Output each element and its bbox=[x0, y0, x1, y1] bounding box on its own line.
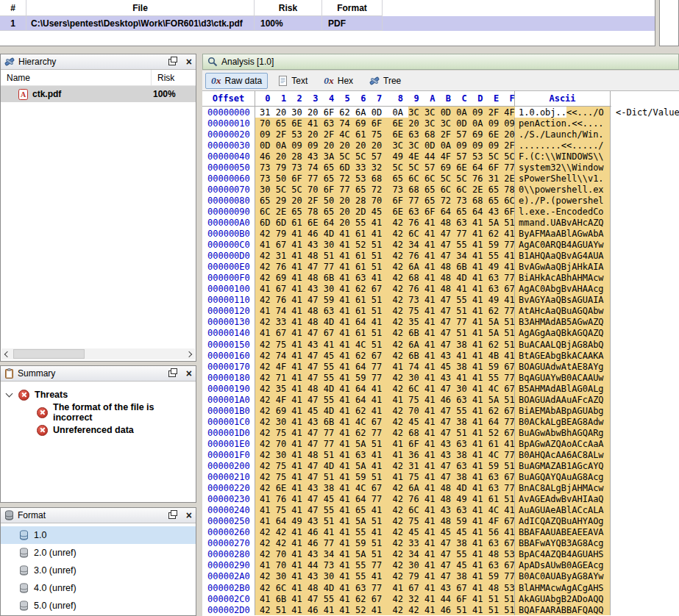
toolbar-button-raw-data[interactable]: 0xRaw data bbox=[205, 73, 268, 89]
hex-row[interactable]: 000000300D 0A 09 09 20 20 20 20 3C 3C 0D… bbox=[202, 140, 679, 151]
hex-row[interactable]: 000001F042 30 41 48 51 41 63 41 41 36 41… bbox=[202, 449, 679, 460]
format-close-button[interactable]: × bbox=[186, 512, 192, 519]
ascii-text: sPowerShell\\v1. bbox=[515, 173, 611, 184]
hex-row[interactable]: 000000906C 2E 65 78 65 20 2D 45 6E 63 6F… bbox=[202, 206, 679, 217]
hex-row[interactable]: 0000018042 71 41 47 55 41 59 77 42 30 41… bbox=[202, 372, 679, 383]
hex-row[interactable]: 0000010041 67 41 43 30 41 62 67 42 76 41… bbox=[202, 284, 679, 295]
summary-close-button[interactable]: × bbox=[186, 370, 192, 377]
file-table-header-num[interactable]: # bbox=[0, 0, 26, 16]
database-icon bbox=[19, 583, 29, 593]
file-table-header-risk[interactable]: Risk bbox=[255, 0, 322, 16]
chevron-down-icon[interactable] bbox=[6, 390, 13, 398]
threat-list: The format of the file is incorrectUnref… bbox=[1, 404, 196, 439]
hierarchy-col-risk[interactable]: Risk bbox=[152, 73, 174, 83]
hex-row[interactable]: 000002C041 6B 41 47 55 41 62 67 42 32 41… bbox=[202, 593, 679, 604]
threat-item[interactable]: Unreferenced data bbox=[1, 421, 196, 439]
hierarchy-col-name[interactable]: Name bbox=[1, 70, 152, 85]
hex-row[interactable]: 0000025041 64 49 43 51 41 5A 51 42 75 41… bbox=[202, 516, 679, 527]
hex-row[interactable]: 0000017042 4F 41 47 55 41 64 77 41 74 41… bbox=[202, 361, 679, 372]
format-version-item[interactable]: 1.0 bbox=[1, 526, 196, 544]
hex-row[interactable]: 000001D042 75 41 47 77 41 62 77 42 68 41… bbox=[202, 427, 679, 438]
hex-row[interactable]: 000002B042 6C 41 48 4D 41 63 77 41 67 41… bbox=[202, 582, 679, 593]
toolbar-button-text[interactable]: Text bbox=[272, 74, 313, 88]
hex-row[interactable]: 0000023041 76 41 47 45 41 64 77 42 76 41… bbox=[202, 494, 679, 505]
hierarchy-titlebar: Hierarchy × bbox=[1, 54, 196, 70]
hex-row[interactable]: 0000012041 74 41 48 63 41 61 51 42 75 41… bbox=[202, 306, 679, 317]
hex-row[interactable]: 0000013042 33 41 48 4D 41 64 41 42 35 41… bbox=[202, 317, 679, 328]
hex-row[interactable]: 0000015042 75 41 43 41 41 4C 51 42 6A 41… bbox=[202, 339, 679, 350]
hex-row[interactable]: 000001C042 30 41 43 6B 41 4C 67 42 45 41… bbox=[202, 416, 679, 427]
format-version-label: 3.0 (unref) bbox=[34, 565, 77, 576]
hex-row[interactable]: 0000028042 70 41 43 34 41 5A 51 42 34 41… bbox=[202, 549, 679, 560]
format-float-button[interactable] bbox=[168, 512, 176, 519]
hex-row[interactable]: 000002D042 51 41 46 41 41 52 41 42 42 41… bbox=[202, 604, 679, 615]
toolbar-button-tree[interactable]: Tree bbox=[363, 74, 407, 88]
threats-group[interactable]: Threats bbox=[1, 386, 196, 404]
hex-row[interactable]: 0000011042 76 41 47 59 41 61 51 42 73 41… bbox=[202, 295, 679, 306]
toolbar-button-hex[interactable]: 0xHex bbox=[318, 73, 359, 89]
hex-row[interactable]: 000000C041 67 41 43 30 41 52 51 42 34 41… bbox=[202, 240, 679, 251]
file-table-header-format[interactable]: Format bbox=[322, 0, 383, 16]
hierarchy-horizontal-scrollbar[interactable] bbox=[1, 348, 195, 359]
hex-row[interactable]: 0000022042 6E 41 43 38 41 4C 67 42 6A 41… bbox=[202, 483, 679, 494]
file-table-header-file[interactable]: File bbox=[26, 0, 255, 16]
analysis-tab[interactable]: Analysis [1.0] bbox=[202, 54, 679, 70]
document-icon bbox=[278, 76, 288, 86]
hex-offset: 000002C0 bbox=[202, 593, 255, 604]
hex-bytes: 41 6B 41 47 55 41 62 67 42 32 41 44 6F 4… bbox=[255, 593, 515, 604]
format-version-label: 4.0 (unref) bbox=[34, 583, 77, 593]
format-version-item[interactable]: 3.0 (unref) bbox=[1, 562, 196, 579]
hierarchy-float-button[interactable] bbox=[168, 59, 176, 65]
ascii-text: ApADsAUwB0AGEAcg bbox=[515, 560, 611, 571]
hex-row[interactable]: 0000008065 29 20 2F 50 20 28 70 6F 77 65… bbox=[202, 195, 679, 206]
hex-row[interactable]: 000000A06D 6D 61 6E 64 20 55 41 42 76 41… bbox=[202, 217, 679, 228]
hierarchy-row-ctkpdf[interactable]: A ctk.pdf 100% bbox=[1, 86, 196, 102]
threat-item[interactable]: The format of the file is incorrect bbox=[1, 404, 196, 421]
format-version-item[interactable]: 4.0 (unref) bbox=[1, 579, 196, 597]
scroll-left-arrow[interactable] bbox=[1, 348, 13, 359]
hex-bytes: 31 20 30 20 6F 62 6A 0D 0A 3C 3C 0D 0A 0… bbox=[255, 107, 515, 118]
hex-offset: 00000200 bbox=[202, 461, 255, 472]
hex-row[interactable]: 0000002009 2F 53 20 2F 4C 61 75 6E 63 68… bbox=[202, 129, 679, 140]
toolbar-button-label: Tree bbox=[383, 76, 401, 86]
hex-row[interactable]: 0000007030 5C 5C 70 6F 77 65 72 73 68 65… bbox=[202, 184, 679, 195]
hex-row[interactable]: 0000005073 79 73 74 65 6D 33 32 5C 5C 57… bbox=[202, 162, 679, 173]
hex-row[interactable]: 000000E042 76 41 47 77 41 61 51 42 6A 41… bbox=[202, 262, 679, 273]
hex-row[interactable]: 0000021042 75 41 47 51 41 59 51 41 75 41… bbox=[202, 472, 679, 483]
summary-float-button[interactable] bbox=[168, 370, 176, 377]
hex-offset: 000002B0 bbox=[202, 582, 255, 593]
hex-row[interactable]: 0000026042 42 41 46 41 41 55 41 42 45 41… bbox=[202, 527, 679, 538]
hex-viewer[interactable]: Offset 0 1 2 3 4 5 6 7 8 9 A B C D E F A… bbox=[202, 90, 679, 616]
hex-row[interactable]: 0000016042 74 41 47 45 41 62 67 42 6B 41… bbox=[202, 350, 679, 361]
hex-row[interactable]: 000000D042 31 41 48 51 41 61 51 42 76 41… bbox=[202, 251, 679, 262]
hex-row[interactable]: 0000001070 65 6E 41 63 74 69 6F 6E 20 3C… bbox=[202, 118, 679, 129]
hex-row[interactable]: 0000019042 35 41 48 4D 41 64 41 42 6C 41… bbox=[202, 383, 679, 394]
hex-offset: 000001C0 bbox=[202, 416, 255, 427]
hex-row[interactable]: 0000006073 50 6F 77 65 72 53 68 65 6C 6C… bbox=[202, 173, 679, 184]
format-version-item[interactable]: 5.0 (unref) bbox=[1, 597, 196, 615]
hierarchy-close-button[interactable]: × bbox=[186, 58, 192, 65]
format-version-item[interactable]: 2.0 (unref) bbox=[1, 544, 196, 562]
hex-row[interactable]: 0000000031 20 30 20 6F 62 6A 0D 0A 3C 3C… bbox=[202, 107, 679, 118]
hex-row[interactable]: 0000024041 75 41 47 55 41 65 41 42 6C 41… bbox=[202, 505, 679, 516]
hex-row[interactable]: 0000004046 20 28 43 3A 5C 5C 57 49 4E 44… bbox=[202, 151, 679, 162]
hex-bytes: 09 2F 53 20 2F 4C 61 75 6E 63 68 2F 57 6… bbox=[255, 129, 515, 140]
ascii-text: BiAHkAcABhAHMAcw bbox=[515, 273, 611, 284]
hex-row[interactable]: 000001A042 4F 41 47 55 41 64 41 41 75 41… bbox=[202, 394, 679, 405]
hex-row[interactable]: 0000020042 75 41 47 4D 41 5A 41 42 31 41… bbox=[202, 461, 679, 472]
ascii-text: BqAGUAYwB0ACAAUw bbox=[515, 372, 611, 383]
hex-row[interactable]: 0000027042 42 41 46 77 41 59 51 42 33 41… bbox=[202, 538, 679, 549]
hex-row[interactable]: 0000029041 70 41 44 73 41 55 77 42 30 41… bbox=[202, 560, 679, 571]
hex-row[interactable]: 000000B042 79 41 46 4D 41 61 41 42 6C 41… bbox=[202, 229, 679, 240]
hex-row[interactable]: 000002A042 30 41 43 30 41 55 41 42 79 41… bbox=[202, 571, 679, 582]
hex-row[interactable]: 0000014041 67 41 47 67 41 61 51 42 6B 41… bbox=[202, 328, 679, 339]
scroll-right-arrow[interactable] bbox=[183, 348, 195, 359]
scrollbar-thumb[interactable] bbox=[13, 349, 85, 359]
ascii-text: BvAGwAaQBjAHkAIA bbox=[515, 262, 611, 273]
hex-bytes: 42 4F 41 47 55 41 64 41 41 75 41 46 63 4… bbox=[255, 394, 515, 405]
hex-row[interactable]: 000001E042 70 41 47 77 41 5A 51 41 6F 41… bbox=[202, 438, 679, 449]
file-table-row[interactable]: 1 C:\Users\pentest\Desktop\Work\FOR601\d… bbox=[0, 16, 655, 31]
format-version-list: 1.02.0 (unref)3.0 (unref)4.0 (unref)5.0 … bbox=[1, 523, 196, 615]
hex-row[interactable]: 000001B042 69 41 45 4D 41 62 41 42 70 41… bbox=[202, 405, 679, 416]
hex-row[interactable]: 000000F042 69 41 48 6B 41 63 41 42 68 41… bbox=[202, 273, 679, 284]
